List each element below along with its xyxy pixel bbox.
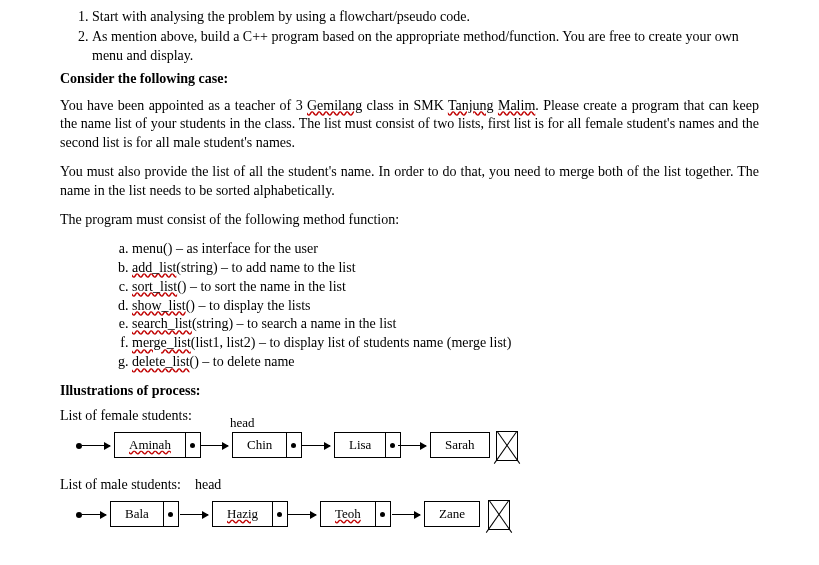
pointer-cell [286,433,301,457]
fn-desc: () – to display the lists [186,298,311,313]
fn-desc: (list1, list2) – to display list of stud… [191,335,512,350]
node-label: Bala [111,505,163,523]
female-linked-list: head Aminah Chin Lisa Sarah [60,430,759,470]
node-aminah: Aminah [114,432,201,458]
pointer-dot [277,512,282,517]
pointer-dot [380,512,385,517]
fn-desc: (string) – to add name to the list [176,260,355,275]
arrow-icon [392,514,420,515]
method-c: sort_list() – to sort the name in the li… [132,278,759,297]
node-label: Aminah [115,436,185,454]
node-zane: Zane [424,501,480,527]
fn-desc: (string) – to search a name in the list [192,316,397,331]
male-list-label: List of male students: head [60,476,759,495]
arrow-icon [82,514,106,515]
arrow-icon [398,445,426,446]
fn-desc: () – to delete name [190,354,295,369]
label-text: List of female students: [60,408,192,423]
fn-name: add_list [132,260,176,275]
instruction-item: As mention above, build a C++ program ba… [92,28,759,66]
node-bala: Bala [110,501,179,527]
arrow-icon [82,445,110,446]
method-f: merge_list(list1, list2) – to display li… [132,334,759,353]
arrow-icon [200,445,228,446]
node-label: Hazig [213,505,272,523]
node-label: Lisa [335,436,385,454]
fn-name: show_list [132,298,186,313]
node-label: Teoh [321,505,375,523]
null-terminator [496,431,518,461]
illustrations-heading: Illustrations of process: [60,382,759,401]
fn-name: delete_list [132,354,190,369]
word-tanjung: Tanjung [448,98,494,113]
male-linked-list: Bala Hazig Teoh Zane [60,499,759,539]
node-hazig: Hazig [212,501,288,527]
case-paragraph-3: The program must consist of the followin… [60,211,759,230]
node-label: Zane [425,505,479,523]
case-paragraph-1: You have been appointed as a teacher of … [60,97,759,154]
arrow-icon [302,445,330,446]
text: class in SMK [362,98,448,113]
top-instructions-list: Start with analysing the problem by usin… [60,8,759,66]
head-label: head [195,477,221,492]
node-lisa: Lisa [334,432,401,458]
pointer-dot [190,443,195,448]
fn-name: sort_list [132,279,177,294]
node-sarah: Sarah [430,432,490,458]
arrow-icon [288,514,316,515]
method-a: menu() – as interface for the user [132,240,759,259]
pointer-cell [185,433,200,457]
node-chin: Chin [232,432,302,458]
pointer-cell [272,502,287,526]
start-dot [76,512,82,518]
method-list: menu() – as interface for the user add_l… [60,240,759,372]
word-malim: Malim [498,98,535,113]
pointer-cell [375,502,390,526]
method-e: search_list(string) – to search a name i… [132,315,759,334]
head-label: head [230,414,255,432]
instruction-item: Start with analysing the problem by usin… [92,8,759,27]
null-terminator [488,500,510,530]
text: You have been appointed as a teacher of … [60,98,307,113]
case-paragraph-2: You must also provide the list of all th… [60,163,759,201]
node-label: Sarah [431,436,489,454]
arrow-icon [180,514,208,515]
pointer-dot [291,443,296,448]
fn-name: search_list [132,316,192,331]
pointer-cell [163,502,178,526]
label-text: List of male students: [60,477,181,492]
node-teoh: Teoh [320,501,391,527]
female-list-label: List of female students: [60,407,759,426]
method-g: delete_list() – to delete name [132,353,759,372]
pointer-dot [390,443,395,448]
method-b: add_list(string) – to add name to the li… [132,259,759,278]
consider-heading: Consider the following case: [60,70,759,89]
fn-desc: () – to sort the name in the list [177,279,346,294]
node-label: Chin [233,436,286,454]
method-d: show_list() – to display the lists [132,297,759,316]
word-gemilang: Gemilang [307,98,362,113]
pointer-dot [168,512,173,517]
fn-name: merge_list [132,335,191,350]
start-dot [76,443,82,449]
